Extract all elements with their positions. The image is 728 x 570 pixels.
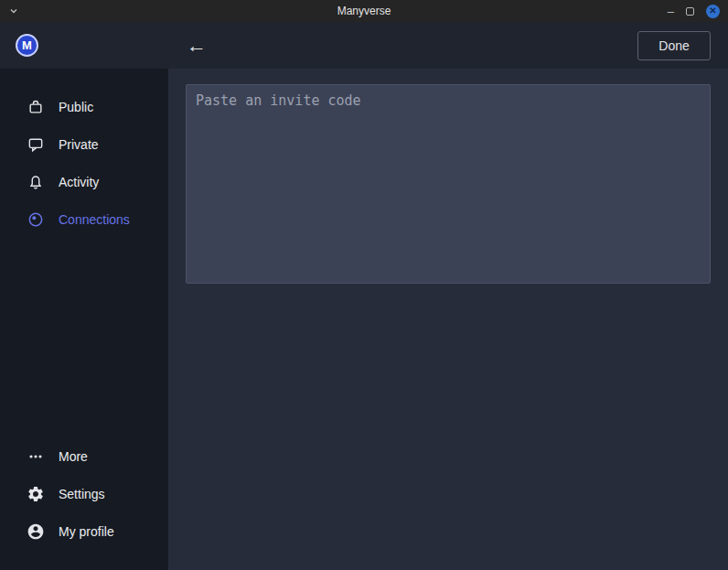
- sidebar-item-label: More: [59, 449, 88, 464]
- sidebar-item-public[interactable]: Public: [0, 88, 168, 125]
- connections-icon: [27, 210, 45, 229]
- close-button[interactable]: ✕: [706, 5, 720, 18]
- sidebar-item-connections[interactable]: Connections: [0, 200, 168, 238]
- sidebar: Public Private Activit: [0, 69, 168, 570]
- sidebar-item-label: Public: [59, 100, 93, 114]
- titlebar: Manyverse – ✕: [0, 0, 728, 22]
- manyverse-window: Manyverse – ✕ M ← Done Public: [0, 0, 728, 570]
- window-menu-chevron-icon[interactable]: [8, 5, 19, 16]
- activity-bell-icon: [27, 173, 45, 191]
- sidebar-item-label: Connections: [59, 212, 130, 227]
- restore-button[interactable]: [686, 7, 694, 16]
- manyverse-logo-icon[interactable]: M: [16, 34, 38, 57]
- sidebar-item-label: Activity: [59, 175, 99, 189]
- sidebar-item-label: Private: [59, 137, 99, 152]
- more-ellipsis-icon: [27, 447, 45, 466]
- window-controls: – ✕: [668, 5, 728, 18]
- header-left: M: [0, 34, 168, 57]
- done-button[interactable]: Done: [637, 31, 711, 60]
- sidebar-item-settings[interactable]: Settings: [0, 475, 168, 512]
- sidebar-spacer: [0, 238, 168, 437]
- sidebar-item-activity[interactable]: Activity: [0, 163, 168, 200]
- sidebar-item-more[interactable]: More: [0, 437, 168, 475]
- window-title: Manyverse: [0, 5, 728, 17]
- minimize-button[interactable]: –: [668, 5, 674, 17]
- sidebar-item-my-profile[interactable]: My profile: [0, 512, 168, 550]
- back-arrow-icon[interactable]: ←: [187, 36, 207, 56]
- sidebar-item-private[interactable]: Private: [0, 125, 168, 163]
- invite-code-input[interactable]: [186, 84, 711, 284]
- private-icon: [27, 135, 45, 154]
- profile-person-icon: [27, 522, 45, 541]
- app-header: M ← Done: [0, 22, 728, 69]
- sidebar-item-label: My profile: [59, 524, 114, 539]
- settings-gear-icon: [27, 485, 45, 503]
- sidebar-item-label: Settings: [59, 487, 105, 501]
- main-content: [168, 69, 728, 570]
- app-body: Public Private Activit: [0, 69, 728, 570]
- public-icon: [27, 98, 45, 116]
